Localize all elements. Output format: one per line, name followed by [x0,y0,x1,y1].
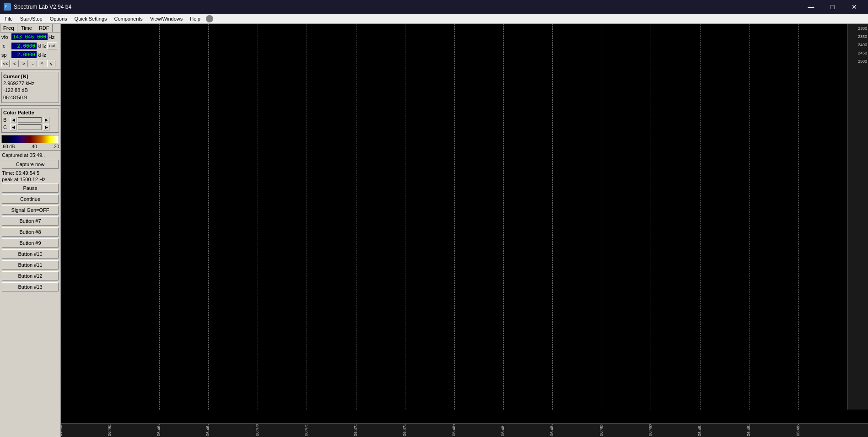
menu-help[interactable]: Help [186,14,204,23]
button-9[interactable]: Button #9 [2,238,59,248]
display-area[interactable]: 23002350240024502500 06:46:0006:46:1506:… [61,24,868,437]
close-button[interactable]: ✕ [844,0,864,14]
time-label-9: 06:48:15 [501,423,505,436]
time-label-14: 06:49:30 [746,423,751,436]
time-label-5: 06:47:15 [304,423,308,436]
button-8[interactable]: Button #8 [2,227,59,237]
divider-2 [0,105,60,106]
menu-startstop[interactable]: Start/Stop [16,14,46,23]
scale-tick-4: 2500 [858,59,867,64]
db-minus40: -40 [30,144,37,149]
button-11[interactable]: Button #11 [2,260,59,270]
vfo-value[interactable]: 143 046 000 [11,33,48,40]
vline-13 [700,24,701,410]
palette-c-label: C [3,124,9,130]
menu-options[interactable]: Options [46,14,71,23]
sp-value[interactable]: 2.0000 [11,51,37,58]
main-layout: Freq Time RDF vfo 143 046 000 Hz fc 2.00… [0,24,868,437]
right-scale: 23002350240024502500 [847,24,868,410]
tab-time[interactable]: Time [18,24,35,32]
nav-buttons: << < > - ^ v [0,59,60,68]
time-label-4: 06:47:00 [255,423,259,436]
vfo-row: vfo 143 046 000 Hz [0,32,60,41]
vline-14 [749,24,749,410]
palette-b-right[interactable]: ▶ [43,117,49,123]
menu-file[interactable]: File [1,14,16,23]
signal-gen-button[interactable]: Signal Gen=OFF [2,205,59,215]
divider-1 [0,69,60,70]
vline-9 [503,24,504,410]
time-label-2: 06:46:30 [156,423,161,436]
fc-value[interactable]: 2.0000 [11,43,37,49]
color-palette-section: Color Palette B ◀ ▶ C ◀ ▶ [1,108,59,133]
vline-1 [110,24,110,410]
continue-button[interactable]: Continue [2,194,59,204]
cursor-section: Cursor [N] 2.969277 kHz -122.88 dB 06:48… [1,72,59,103]
app-title: Spectrum Lab V2.94 b4 [14,4,71,10]
palette-b-slider[interactable] [18,117,42,123]
divider-3 [0,150,60,151]
palette-c-row: C ◀ ▶ [3,124,57,131]
sp-unit: kHz [38,52,46,58]
time-axis: 06:46:0006:46:1506:46:3006:46:4506:47:00… [61,423,868,437]
time-display: Time: 05:49:54.5 [0,170,60,176]
peak-display: peak at 1500.12 Hz [0,176,60,183]
menu-viewwindows[interactable]: View/Windows [146,14,186,23]
capture-now-button[interactable]: Capture now [2,160,59,169]
pause-button[interactable]: Pause [2,183,59,193]
nav-down-button[interactable]: v [47,60,55,67]
status-indicator [206,15,213,22]
fc-row: fc 2.0000 kHz opt [0,41,60,50]
palette-c-right[interactable]: ▶ [43,124,49,130]
time-label-7: 06:47:45 [402,423,407,436]
spectrum-canvas[interactable]: 23002350240024502500 [61,24,868,423]
palette-c-left[interactable]: ◀ [10,124,16,130]
fc-opt-button[interactable]: opt [47,42,57,49]
button-7[interactable]: Button #7 [2,216,59,226]
menu-quicksettings[interactable]: Quick Settings [71,14,111,23]
nav-up-button[interactable]: ^ [38,60,46,67]
tabs-bar: Freq Time RDF [0,24,60,32]
vline-15 [798,24,799,410]
scale-tick-1: 2350 [858,34,867,39]
color-gradient-bar [1,135,59,143]
titlebar: SL Spectrum Lab V2.94 b4 — □ ✕ [0,0,868,14]
db-minus20: -20 [53,144,59,149]
captured-text: Captured at 05:49.. [0,151,60,159]
sp-row: sp 2.0000 kHz [0,50,60,59]
scale-tick-2: 2400 [858,43,867,47]
palette-b-left[interactable]: ◀ [10,117,16,123]
nav-minus-button[interactable]: - [29,60,37,67]
time-label-12: 06:49:00 [648,423,652,436]
button-13[interactable]: Button #13 [2,282,59,291]
button-10[interactable]: Button #10 [2,249,59,259]
scale-tick-3: 2450 [858,51,867,55]
nav-left-left-button[interactable]: << [1,60,10,67]
sp-label: sp [1,52,11,58]
time-label-11: 06:48:45 [599,423,604,436]
palette-c-slider[interactable] [18,124,42,130]
sidebar: Freq Time RDF vfo 143 046 000 Hz fc 2.00… [0,24,61,437]
color-palette-title: Color Palette [3,110,57,115]
time-label-0: 06:46:00 [61,423,63,436]
time-label-10: 06:48:30 [550,423,554,436]
vline-8 [454,24,455,410]
nav-right-button[interactable]: > [20,60,28,67]
minimize-button[interactable]: — [801,0,821,14]
vline-5 [307,24,307,410]
tab-freq[interactable]: Freq [0,24,17,32]
vfo-unit: Hz [49,34,54,40]
tab-rdf[interactable]: RDF [36,24,53,32]
vline-12 [651,24,651,410]
maximize-button[interactable]: □ [822,0,843,14]
vline-2 [159,24,160,410]
button-12[interactable]: Button #12 [2,271,59,281]
palette-b-row: B ◀ ▶ [3,116,57,124]
menubar: File Start/Stop Options Quick Settings C… [0,14,868,24]
time-label-1: 06:46:15 [107,423,112,436]
vline-6 [356,24,356,410]
menu-components[interactable]: Components [111,14,146,23]
time-label-8: 06:48:00 [452,423,456,436]
nav-left-button[interactable]: < [11,60,19,67]
cursor-title: Cursor [N] [3,74,57,79]
